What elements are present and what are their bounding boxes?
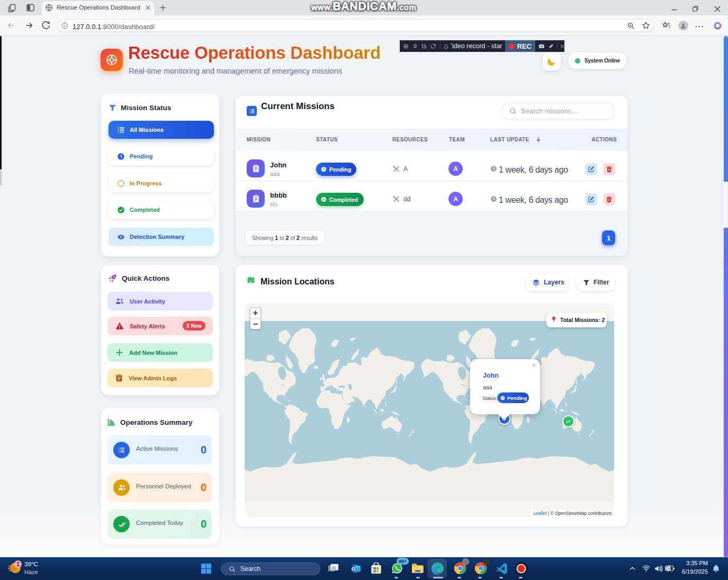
svg-text:1: 1: [16, 561, 20, 567]
